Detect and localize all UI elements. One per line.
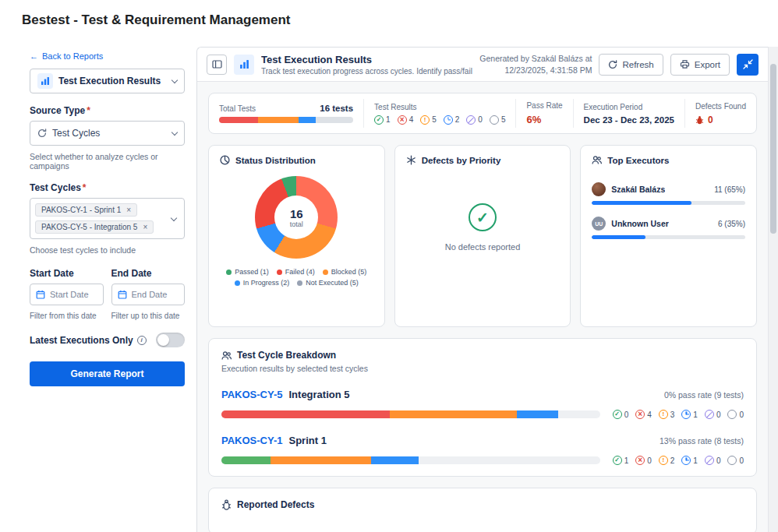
in-progress-icon <box>681 456 691 465</box>
test-cycles-help: Choose test cycles to include <box>30 245 185 255</box>
end-date-label: End Date <box>111 268 186 279</box>
back-to-reports-link[interactable]: ← Back to Reports <box>30 51 103 61</box>
refresh-button[interactable]: Refresh <box>599 54 663 76</box>
printer-icon <box>680 59 690 69</box>
defects-found-value: 0 <box>708 115 713 125</box>
source-type-help: Select whether to analyze cycles or camp… <box>30 152 185 171</box>
cycle-pass-rate: 0% pass rate (9 tests) <box>664 390 744 400</box>
filters-sidebar: ← Back to Reports Test Execution Results… <box>0 47 196 532</box>
excluded-icon <box>705 456 714 465</box>
collapse-arrows-icon <box>743 59 753 69</box>
blocked-icon <box>659 456 668 465</box>
chevron-down-icon <box>172 129 178 135</box>
main-panel: Test Execution Results Track test execut… <box>196 47 768 532</box>
failed-icon <box>635 410 645 419</box>
bar-chart-icon <box>37 73 53 89</box>
panel-icon <box>212 59 222 69</box>
legend-dot <box>297 280 302 286</box>
status-distribution-card: Status Distribution 16 total Passe <box>208 145 385 327</box>
refresh-icon <box>608 60 617 69</box>
report-header: Test Execution Results Track test execut… <box>197 48 768 82</box>
remove-chip-icon[interactable]: × <box>143 224 147 231</box>
scrollbar-thumb[interactable] <box>770 64 776 234</box>
total-tests-stat: Total Tests 16 tests <box>209 99 363 128</box>
pie-chart-icon <box>220 155 230 165</box>
users-icon <box>221 351 232 361</box>
end-date-field[interactable] <box>111 284 186 305</box>
cycle-pass-rate: 13% pass rate (8 tests) <box>660 436 744 446</box>
legend-dot <box>235 280 240 286</box>
cycle-status-counts: 0 4 3 1 0 0 <box>613 410 744 419</box>
cycle-key-link[interactable]: PAKOS-CY-1 <box>221 435 283 446</box>
test-cycles-multiselect[interactable]: PAKOS-CY-1 - Sprint 1 × PAKOS-CY-5 - Int… <box>30 198 185 239</box>
start-date-input[interactable] <box>50 290 97 299</box>
test-cycle-breakdown-card: Test Cycle Breakdown Execution results b… <box>208 338 757 477</box>
source-type-label: Source Type* <box>30 105 185 116</box>
passed-icon <box>613 410 622 419</box>
summary-stats-card: Total Tests 16 tests Test Results <box>208 93 757 134</box>
start-date-field[interactable] <box>30 284 104 305</box>
report-chart-icon-button[interactable] <box>234 55 254 75</box>
calendar-icon <box>118 290 127 299</box>
avatar: UU <box>592 217 606 231</box>
end-date-help: Filter up to this date <box>111 312 186 320</box>
total-tests-value: 16 tests <box>320 104 353 113</box>
export-button[interactable]: Export <box>670 54 730 76</box>
start-date-label: Start Date <box>30 268 104 279</box>
chevron-down-icon <box>171 214 177 220</box>
defects-by-priority-card: Defects by Priority ✓ No defects reporte… <box>394 145 571 327</box>
execution-period-stat: Execution Period Dec 23 - Dec 23, 2025 <box>573 99 684 128</box>
info-icon: i <box>137 336 147 345</box>
not-executed-icon <box>727 410 737 419</box>
end-date-input[interactable] <box>132 290 179 299</box>
source-type-select[interactable]: Test Cycles <box>30 121 185 146</box>
report-title: Test Execution Results <box>261 54 472 65</box>
test-cycles-label: Test Cycles* <box>30 182 185 193</box>
check-circle-icon: ✓ <box>469 203 497 231</box>
legend-dot <box>226 270 232 275</box>
test-results-stat: Test Results 1 4 5 2 0 5 <box>363 99 515 128</box>
generate-report-button[interactable]: Generate Report <box>30 361 185 386</box>
legend-dot <box>277 270 282 275</box>
blocked-icon <box>420 115 430 125</box>
in-progress-icon <box>444 115 453 125</box>
not-executed-icon <box>490 115 499 125</box>
generated-info: Generated by Szakál Balázs at 12/23/2025… <box>479 53 592 76</box>
executor-progress-bar <box>592 235 745 239</box>
report-type-select[interactable]: Test Execution Results <box>30 69 185 93</box>
start-date-help: Filter from this date <box>30 312 104 320</box>
report-type-value: Test Execution Results <box>58 76 161 86</box>
failed-icon <box>635 456 645 465</box>
cycle-status-bar <box>221 456 600 464</box>
total-tests-bar <box>219 117 353 123</box>
status-donut-chart: 16 total <box>255 176 338 259</box>
excluded-icon <box>466 115 476 125</box>
blocked-icon <box>659 410 668 419</box>
cycle-key-link[interactable]: PAKOS-CY-5 <box>221 389 283 400</box>
page-title: Bestest - Test & Requirement Management <box>0 0 778 36</box>
excluded-icon <box>705 410 714 419</box>
pass-rate-value: 6% <box>526 114 562 125</box>
cycle-status-counts: 1 0 2 1 0 0 <box>613 456 744 465</box>
vertical-scrollbar[interactable] <box>768 47 778 532</box>
executor-row: Szakál Balázs 11 (65%) <box>592 182 745 205</box>
cycle-chip: PAKOS-CY-1 - Sprint 1 × <box>35 203 137 217</box>
executor-progress-bar <box>592 201 745 205</box>
executor-row: UU Unknown User 6 (35%) <box>592 217 745 239</box>
cycle-row: PAKOS-CY-1 Sprint 1 13% pass rate (8 tes… <box>221 435 744 465</box>
passed-icon <box>613 456 622 465</box>
bar-chart-icon <box>239 59 249 69</box>
collapse-panel-button[interactable] <box>737 54 759 76</box>
avatar <box>592 182 606 196</box>
users-icon <box>592 155 602 165</box>
remove-chip-icon[interactable]: × <box>126 206 131 214</box>
breakdown-subtitle: Execution results by selected test cycle… <box>221 364 744 373</box>
no-defects-text: No defects reported <box>445 242 521 252</box>
cycle-row: PAKOS-CY-5 Integration 5 0% pass rate (9… <box>221 389 744 419</box>
back-arrow-icon: ← <box>30 51 38 61</box>
toggle-sidebar-button[interactable] <box>207 55 227 75</box>
latest-executions-toggle[interactable] <box>156 333 185 347</box>
layout: ← Back to Reports Test Execution Results… <box>0 47 778 532</box>
chevron-down-icon <box>172 76 178 83</box>
pass-rate-stat: Pass Rate 6% <box>515 99 572 128</box>
